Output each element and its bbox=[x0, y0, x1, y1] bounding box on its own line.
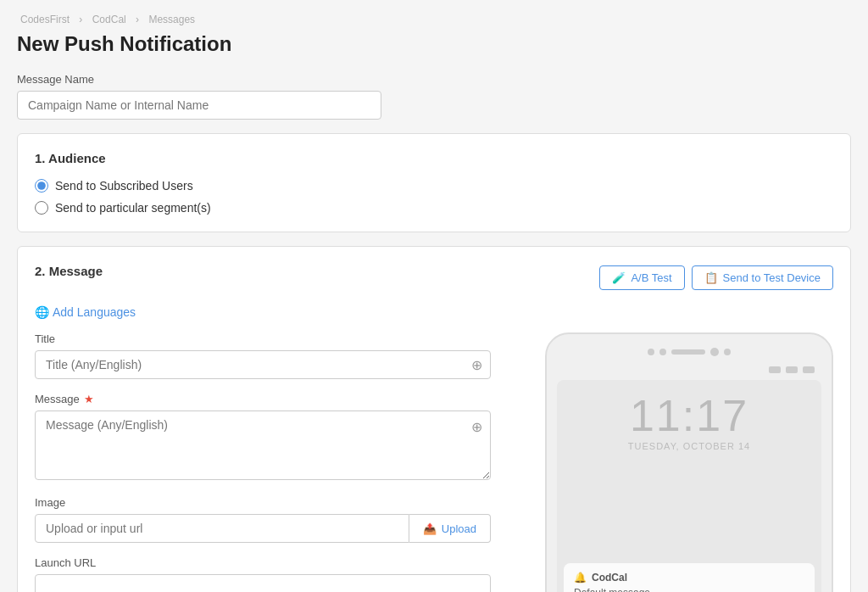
message-section-header: 2. Message 🧪 A/B Test 📋 Send to Test Dev… bbox=[35, 264, 833, 292]
launch-url-input[interactable] bbox=[35, 574, 491, 592]
notification-bell-icon: 🔔 bbox=[574, 572, 587, 584]
breadcrumb: CodesFirst › CodCal › Messages bbox=[17, 14, 851, 25]
title-label: Title bbox=[35, 332, 491, 345]
message-section-title: 2. Message bbox=[35, 264, 103, 278]
audience-radio-subscribed[interactable] bbox=[35, 179, 48, 193]
audience-option-segment-label: Send to particular segment(s) bbox=[55, 201, 211, 215]
image-field: Image 📤 Upload bbox=[35, 496, 491, 543]
breadcrumb-separator-2: › bbox=[136, 14, 139, 25]
message-name-field: Message Name bbox=[17, 73, 851, 120]
message-label: Message ★ bbox=[35, 393, 491, 405]
phone-camera bbox=[710, 348, 719, 356]
title-plus-icon[interactable]: ⊕ bbox=[471, 357, 482, 373]
phone-status-bar bbox=[557, 366, 821, 373]
phone-screen: 11:17 TUESDAY, OCTOBER 14 🔔 CodCal Defau… bbox=[557, 380, 821, 592]
image-label: Image bbox=[35, 496, 491, 509]
notification-app-row: 🔔 CodCal bbox=[574, 572, 804, 584]
ab-test-icon: 🧪 bbox=[612, 271, 626, 284]
ab-test-button[interactable]: 🧪 A/B Test bbox=[599, 265, 684, 290]
breadcrumb-separator-1: › bbox=[79, 14, 82, 25]
audience-option-subscribed-label: Send to Subscribed Users bbox=[55, 179, 193, 193]
upload-button[interactable]: 📤 Upload bbox=[409, 514, 491, 543]
signal-icon bbox=[769, 366, 781, 373]
audience-section-title: 1. Audience bbox=[35, 151, 833, 165]
title-input[interactable] bbox=[35, 350, 491, 379]
message-section-buttons: 🧪 A/B Test 📋 Send to Test Device bbox=[599, 265, 833, 290]
add-languages-icon: 🌐 bbox=[35, 305, 49, 319]
phone-date: TUESDAY, OCTOBER 14 bbox=[567, 441, 811, 451]
message-field: Message ★ ⊕ bbox=[35, 393, 491, 483]
title-input-wrapper: ⊕ bbox=[35, 350, 491, 379]
send-test-device-button[interactable]: 📋 Send to Test Device bbox=[692, 265, 833, 290]
message-textarea[interactable] bbox=[35, 410, 491, 480]
wifi-icon bbox=[786, 366, 798, 373]
image-url-input[interactable] bbox=[35, 514, 409, 543]
audience-option-subscribed[interactable]: Send to Subscribed Users bbox=[35, 179, 833, 193]
notification-card: 🔔 CodCal Default message bbox=[564, 563, 815, 592]
breadcrumb-item-2[interactable]: CodCal bbox=[92, 14, 126, 25]
phone-dot-2 bbox=[659, 349, 666, 355]
phone-mockup: 11:17 TUESDAY, OCTOBER 14 🔔 CodCal Defau… bbox=[545, 332, 833, 592]
send-test-label: Send to Test Device bbox=[723, 271, 821, 284]
audience-radio-segment[interactable] bbox=[35, 201, 48, 215]
ab-test-label: A/B Test bbox=[631, 271, 671, 284]
phone-dot-3 bbox=[724, 349, 731, 355]
phone-preview-column: 11:17 TUESDAY, OCTOBER 14 🔔 CodCal Defau… bbox=[511, 332, 833, 592]
title-field: Title ⊕ bbox=[35, 332, 491, 379]
audience-section: 1. Audience Send to Subscribed Users Sen… bbox=[17, 133, 851, 232]
image-input-row: 📤 Upload bbox=[35, 514, 491, 543]
upload-label: Upload bbox=[442, 522, 476, 535]
battery-icon bbox=[803, 366, 815, 373]
upload-icon: 📤 bbox=[423, 522, 437, 535]
phone-dot-1 bbox=[648, 349, 654, 355]
notification-app-name: CodCal bbox=[592, 572, 627, 584]
notification-message: Default message bbox=[574, 587, 804, 592]
phone-speaker bbox=[671, 349, 705, 355]
message-name-input[interactable] bbox=[17, 91, 381, 120]
send-test-icon: 📋 bbox=[704, 271, 718, 284]
two-col-layout: Title ⊕ Message ★ ⊕ bbox=[35, 332, 833, 592]
message-plus-icon[interactable]: ⊕ bbox=[471, 419, 482, 435]
breadcrumb-item-1[interactable]: CodesFirst bbox=[20, 14, 70, 25]
breadcrumb-item-3[interactable]: Messages bbox=[148, 14, 195, 25]
launch-url-field: Launch URL bbox=[35, 556, 491, 592]
message-section: 2. Message 🧪 A/B Test 📋 Send to Test Dev… bbox=[17, 246, 851, 592]
message-input-wrapper: ⊕ bbox=[35, 410, 491, 483]
required-star: ★ bbox=[84, 393, 94, 405]
phone-time: 11:17 bbox=[567, 394, 811, 438]
launch-url-label: Launch URL bbox=[35, 556, 491, 569]
add-languages-link[interactable]: 🌐 Add Languages bbox=[35, 305, 833, 319]
add-languages-text: Add Languages bbox=[53, 305, 136, 319]
audience-radio-group: Send to Subscribed Users Send to particu… bbox=[35, 179, 833, 215]
page-title: New Push Notification bbox=[17, 32, 851, 56]
message-name-label: Message Name bbox=[17, 73, 851, 86]
form-column: Title ⊕ Message ★ ⊕ bbox=[35, 332, 491, 592]
phone-top-bar bbox=[557, 348, 821, 356]
audience-option-segment[interactable]: Send to particular segment(s) bbox=[35, 201, 833, 215]
